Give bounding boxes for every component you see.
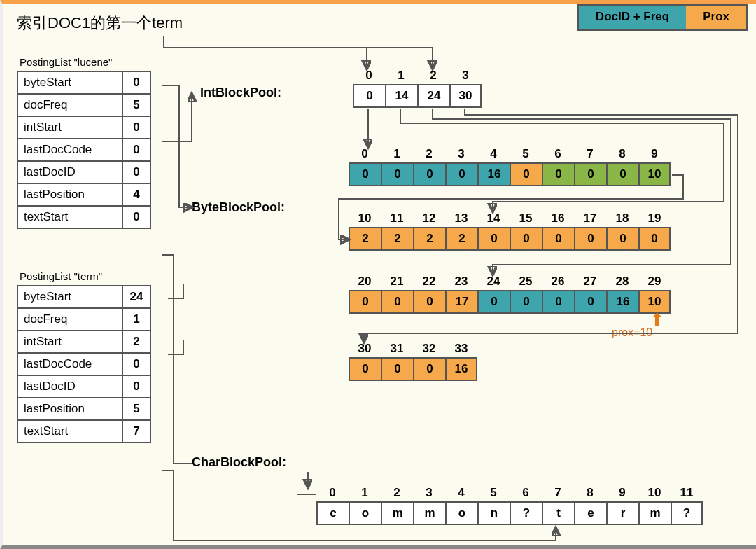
- cell-index: 18: [606, 211, 638, 225]
- charpool-value-row: common?term?: [316, 501, 703, 525]
- byte-row0-vals: 000016000010: [349, 162, 671, 186]
- cell-value: r: [606, 501, 638, 525]
- cell-value: 0: [542, 162, 574, 186]
- legend: DocID + Freq Prox: [578, 4, 748, 31]
- cell-index: 21: [381, 274, 413, 289]
- cell-value: 2: [413, 227, 445, 251]
- table-row: docFreq5: [18, 94, 150, 116]
- cell-value: 17: [445, 290, 477, 314]
- table-row: textStart0: [18, 206, 150, 228]
- cell-index: 2: [381, 486, 413, 500]
- table-row: lastDocID0: [18, 161, 150, 183]
- table-row: lastPosition4: [18, 183, 150, 206]
- cell-index: 12: [413, 211, 445, 225]
- cell-value: c: [316, 501, 349, 525]
- field-value: 7: [122, 420, 150, 443]
- postinglist-lucene: PostingList "lucene" byteStart0docFreq5i…: [17, 55, 151, 229]
- cell-value: 0: [445, 162, 477, 186]
- field-key: docFreq: [18, 94, 122, 116]
- cell-index: 2: [413, 147, 445, 161]
- field-value: 0: [122, 161, 150, 183]
- field-key: lastPosition: [18, 398, 122, 420]
- cell-index: 20: [349, 274, 381, 289]
- cell-index: 3: [445, 147, 477, 161]
- cell-value: m: [638, 501, 671, 525]
- field-value: 5: [122, 94, 150, 116]
- cell-value: e: [574, 501, 606, 525]
- cell-value: 0: [349, 162, 381, 186]
- byte-row1-vals: 2222000000: [349, 227, 671, 251]
- table-row: byteStart0: [18, 71, 150, 94]
- cell-index: 3: [413, 486, 445, 500]
- intpool-value-row: 0142430: [353, 84, 482, 108]
- cell-value: 0: [381, 357, 413, 381]
- field-key: intStart: [18, 331, 122, 353]
- cell-index: 1: [381, 147, 413, 161]
- cell-index: 9: [606, 486, 638, 500]
- cell-index: 8: [606, 147, 638, 161]
- cell-value: 0: [510, 227, 542, 251]
- cell-index: 26: [542, 274, 574, 289]
- cell-value: 0: [353, 84, 385, 108]
- field-value: 5: [122, 398, 150, 420]
- byte-row0-idx: 0123456789: [349, 147, 671, 161]
- cell-value: 0: [413, 290, 445, 314]
- cell-value: m: [413, 501, 445, 525]
- cell-value: 0: [381, 162, 413, 186]
- field-value: 0: [122, 139, 150, 161]
- cell-index: 22: [413, 274, 445, 289]
- cell-value: 14: [385, 84, 417, 108]
- field-key: lastDocCode: [18, 353, 122, 375]
- cell-index: 11: [671, 486, 703, 500]
- table-row: lastDocCode0: [18, 139, 150, 161]
- intpool-index-row: 0123: [353, 69, 482, 83]
- field-key: lastPosition: [18, 183, 122, 206]
- byte-row3-vals: 00016: [349, 357, 477, 381]
- cell-value: 0: [381, 290, 413, 314]
- byte-row1-idx: 10111213141516171819: [349, 211, 671, 225]
- cell-value: 0: [349, 290, 381, 314]
- field-value: 0: [122, 353, 150, 375]
- table-row: docFreq1: [18, 308, 150, 331]
- charpool-index-row: 01234567891011: [316, 486, 703, 500]
- field-key: docFreq: [18, 308, 122, 331]
- cell-value: 0: [638, 227, 671, 251]
- cell-value: 16: [606, 290, 638, 314]
- cell-value: o: [349, 501, 381, 525]
- charblockpool-label: CharBlockPool:: [192, 455, 286, 470]
- cell-value: 2: [349, 227, 381, 251]
- cell-index: 15: [510, 211, 542, 225]
- cell-value: 0: [574, 227, 606, 251]
- cell-index: 33: [445, 342, 477, 356]
- cell-value: 0: [413, 357, 445, 381]
- byte-row2-idx: 20212223242526272829: [349, 274, 671, 289]
- cell-index: 19: [638, 211, 671, 225]
- cell-index: 24: [477, 274, 510, 289]
- cell-index: 31: [381, 342, 413, 356]
- postinglist-term: PostingList "term" byteStart24docFreq1in…: [17, 269, 151, 443]
- legend-docfreq: DocID + Freq: [579, 6, 686, 29]
- byteblockpool-label: ByteBlockPool:: [192, 200, 285, 215]
- field-key: lastDocID: [18, 161, 122, 183]
- table-row: lastDocID0: [18, 375, 150, 398]
- cell-index: 2: [417, 69, 449, 83]
- cell-value: m: [381, 501, 413, 525]
- cell-index: 27: [574, 274, 606, 289]
- postinglist-term-caption: PostingList "term": [17, 269, 151, 285]
- cell-index: 1: [385, 69, 417, 83]
- cell-index: 3: [449, 69, 482, 83]
- cell-value: 0: [606, 227, 638, 251]
- cell-index: 7: [574, 147, 606, 161]
- byte-row3-idx: 30313233: [349, 342, 477, 356]
- cell-value: ?: [510, 501, 542, 525]
- cell-index: 30: [349, 342, 381, 356]
- cell-value: n: [477, 501, 510, 525]
- cell-value: o: [445, 501, 477, 525]
- cell-value: 2: [445, 227, 477, 251]
- cell-index: 4: [445, 486, 477, 500]
- cell-value: 16: [477, 162, 510, 186]
- cell-value: 0: [542, 227, 574, 251]
- diagram-title: 索引DOC1的第一个term: [17, 13, 183, 34]
- cell-index: 13: [445, 211, 477, 225]
- cell-value: t: [542, 501, 574, 525]
